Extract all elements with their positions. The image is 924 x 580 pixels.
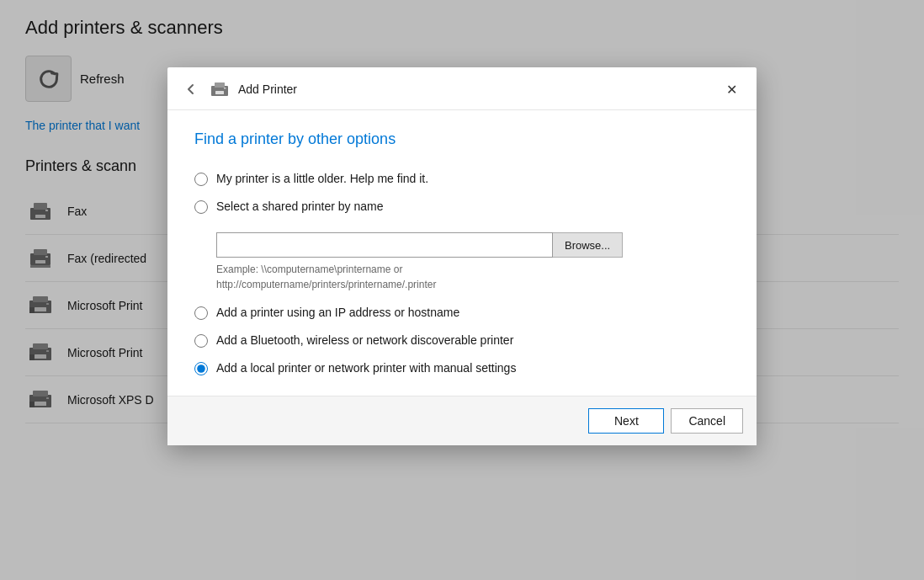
modal-overlay: Add Printer ✕ Find a printer by other op…: [0, 0, 924, 580]
modal-header: Add Printer ✕: [167, 67, 757, 110]
option-local-manual: Add a local printer or network printer w…: [194, 361, 730, 375]
local-manual-radio[interactable]: [194, 362, 208, 375]
modal-section-title: Find a printer by other options: [194, 130, 730, 148]
shared-printer-radio[interactable]: [194, 200, 208, 214]
modal-footer: Next Cancel: [167, 396, 757, 445]
cancel-button[interactable]: Cancel: [671, 408, 743, 434]
svg-rect-26: [215, 91, 224, 94]
older-printer-label[interactable]: My printer is a little older. Help me fi…: [216, 172, 428, 185]
bluetooth-label[interactable]: Add a Bluetooth, wireless or network dis…: [216, 333, 513, 347]
modal-body: Find a printer by other options My print…: [167, 110, 757, 396]
older-printer-radio[interactable]: [194, 173, 208, 186]
next-button[interactable]: Next: [588, 408, 664, 434]
option-ip-hostname: Add a printer using an IP address or hos…: [194, 306, 730, 320]
modal-title: Add Printer: [238, 82, 297, 96]
shared-printer-input-row: Browse... Example: \\computername\printe…: [194, 227, 730, 292]
add-printer-dialog: Add Printer ✕ Find a printer by other op…: [167, 67, 757, 445]
printer-options-group: My printer is a little older. Help me fi…: [194, 172, 730, 375]
bluetooth-radio[interactable]: [194, 334, 208, 348]
local-manual-label[interactable]: Add a local printer or network printer w…: [216, 361, 516, 375]
ip-hostname-label[interactable]: Add a printer using an IP address or hos…: [216, 306, 459, 319]
ip-hostname-radio[interactable]: [194, 306, 208, 320]
modal-header-left: Add Printer: [181, 79, 297, 99]
svg-rect-25: [215, 82, 225, 88]
back-arrow-icon: [184, 82, 198, 96]
shared-printer-path-input[interactable]: [216, 232, 553, 258]
back-button[interactable]: [181, 79, 201, 99]
svg-rect-27: [224, 88, 226, 89]
example-text: Example: \\computername\printername or h…: [216, 262, 730, 292]
printer-header-icon: [210, 79, 230, 99]
browse-button[interactable]: Browse...: [553, 232, 623, 258]
close-button[interactable]: ✕: [720, 77, 743, 101]
option-bluetooth-wireless: Add a Bluetooth, wireless or network dis…: [194, 333, 730, 348]
shared-printer-label[interactable]: Select a shared printer by name: [216, 200, 383, 213]
option-older-printer: My printer is a little older. Help me fi…: [194, 172, 730, 186]
option-shared-printer: Select a shared printer by name: [194, 200, 730, 214]
